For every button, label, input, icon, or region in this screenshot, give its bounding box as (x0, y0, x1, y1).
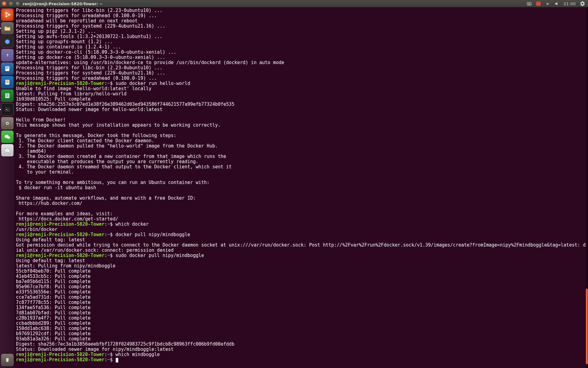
terminal-prompt-line: renji@renji-Precision-5820-Tower:~$ dock… (16, 232, 585, 237)
command-text: docker pull nipy/mindboggle (113, 232, 190, 237)
launcher-impress-icon[interactable] (1, 76, 13, 88)
launcher-help-icon[interactable]: ? (1, 49, 13, 61)
network-indicator-icon[interactable] (545, 1, 550, 6)
svg-rect-20 (6, 81, 9, 81)
svg-rect-27 (5, 149, 10, 152)
launcher-calc-icon[interactable] (1, 90, 13, 102)
window-maximize-button[interactable] (15, 1, 20, 6)
sound-indicator-icon[interactable] (554, 1, 559, 6)
launcher-terminal-icon[interactable]: >_ (1, 103, 14, 116)
launcher-dock: ? >_ (0, 7, 15, 368)
terminal-prompt-line: renji@renji-Precision-5820-Tower:~$ sudo… (16, 81, 585, 86)
prompt-user: renji@renji-Precision-5820-Tower (16, 81, 104, 86)
window-controls (0, 1, 23, 6)
svg-rect-18 (6, 68, 8, 69)
terminal-scrollbar[interactable] (586, 7, 588, 368)
top-menubar: renji@renji-Precision-5820-Tower: ~ 21:0… (0, 0, 588, 7)
svg-rect-16 (6, 67, 9, 67)
terminal-prompt-line: renji@renji-Precision-5820-Tower:~$ whic… (16, 352, 585, 357)
system-menu-icon[interactable] (580, 1, 585, 6)
prompt-path: ~ (107, 81, 110, 86)
launcher-dash-icon[interactable] (1, 9, 13, 21)
terminal-output-block: Using default tag: latest Got permission… (16, 237, 585, 253)
launcher-files-icon[interactable] (1, 22, 13, 34)
terminal-output-block: Using default tag: latest latest: Pullin… (16, 258, 585, 352)
svg-text:>_: >_ (6, 108, 9, 111)
svg-point-26 (7, 136, 10, 139)
screen-indicator-icon[interactable] (536, 1, 541, 6)
svg-rect-21 (6, 81, 9, 83)
svg-rect-1 (528, 3, 528, 4)
svg-rect-2 (529, 3, 529, 4)
launcher-wechat-icon[interactable] (1, 131, 13, 143)
svg-text:?: ? (6, 53, 9, 57)
scrollbar-thumb[interactable] (586, 289, 588, 364)
svg-point-6 (6, 13, 9, 16)
clock[interactable]: 21:00 (564, 2, 576, 6)
svg-point-12 (6, 41, 8, 42)
svg-point-9 (6, 16, 7, 17)
terminal-output-block: Processing triggers for libc-bin (2.23-0… (16, 8, 585, 81)
launcher-trash-icon[interactable] (1, 354, 13, 366)
command-text: which docker (113, 221, 149, 227)
svg-point-7 (9, 14, 10, 16)
launcher-mail-icon[interactable] (1, 144, 13, 156)
terminal-output-block: Unable to find image 'hello-world:latest… (16, 86, 585, 222)
launcher-chromium-icon[interactable] (1, 36, 13, 48)
window-title: renji@renji-Precision-5820-Tower: ~ (23, 2, 103, 6)
keyboard-indicator-icon[interactable] (527, 1, 532, 6)
window-close-button[interactable] (2, 1, 7, 6)
svg-rect-3 (530, 3, 530, 4)
svg-rect-17 (6, 68, 9, 68)
command-text (113, 357, 115, 362)
svg-rect-5 (528, 4, 530, 5)
svg-point-8 (6, 12, 7, 13)
command-text: which mindboggle (113, 352, 160, 357)
terminal-prompt-line: renji@renji-Precision-5820-Tower:~$ sudo… (16, 253, 585, 258)
terminal-output-block: /usr/bin/docker (16, 227, 585, 232)
window-minimize-button[interactable] (9, 1, 13, 6)
terminal-prompt-line: renji@renji-Precision-5820-Tower:~$ whic… (16, 222, 585, 227)
system-tray: 21:00 (527, 1, 588, 6)
command-text: sudo docker pull nipy/mindboggle (113, 253, 204, 258)
cursor (116, 358, 118, 362)
svg-rect-4 (530, 3, 531, 4)
terminal-viewport[interactable]: Processing triggers for libc-bin (2.23-0… (15, 7, 586, 368)
command-text: sudo docker run hello-world (113, 81, 190, 86)
launcher-settings-icon[interactable] (1, 117, 13, 129)
launcher-writer-icon[interactable] (1, 63, 13, 75)
terminal-prompt-line: renji@renji-Precision-5820-Tower:~$ (16, 357, 585, 362)
svg-rect-0 (527, 2, 531, 5)
terminal-window[interactable]: Processing triggers for libc-bin (2.23-0… (15, 7, 588, 368)
